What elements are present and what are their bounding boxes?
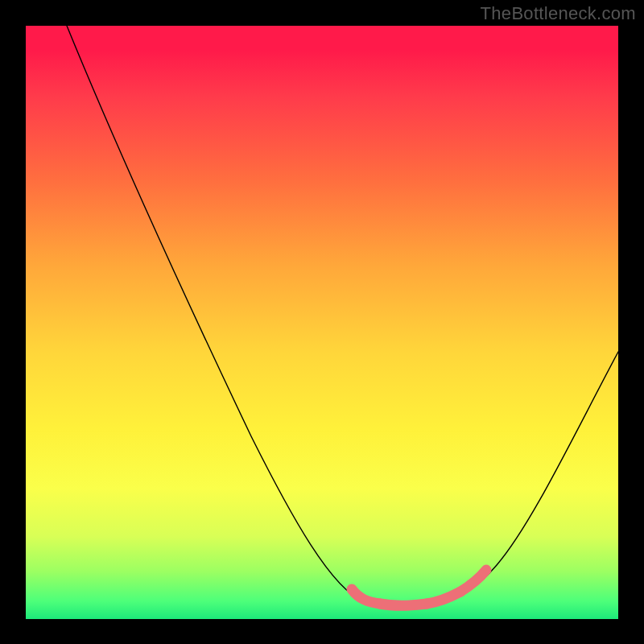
bottleneck-curve bbox=[67, 26, 618, 604]
watermark-text: TheBottleneck.com bbox=[481, 3, 636, 24]
curve-svg bbox=[26, 26, 618, 619]
highlight-segment-mid2 bbox=[427, 592, 460, 604]
plot-area bbox=[26, 26, 618, 619]
highlight-segment-middle bbox=[380, 604, 427, 605]
chart-frame: TheBottleneck.com bbox=[0, 0, 644, 644]
